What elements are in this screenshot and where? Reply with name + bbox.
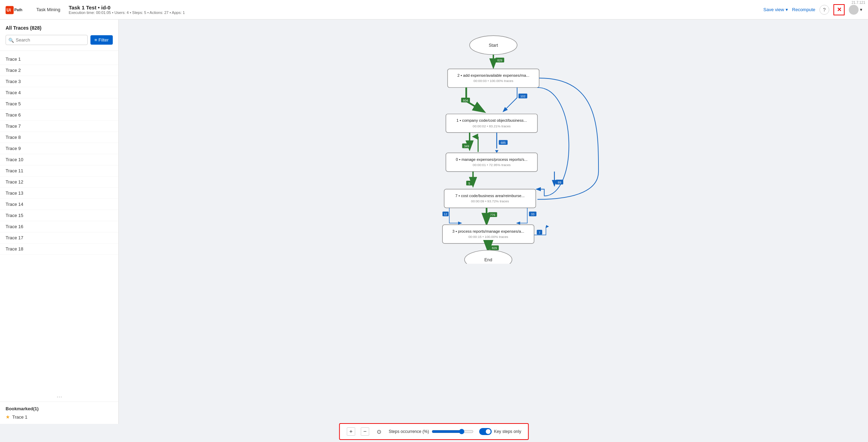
svg-marker-22 — [495, 150, 499, 153]
recenter-button[interactable]: ⊙ — [375, 427, 383, 436]
svg-text:349: 349 — [464, 144, 469, 148]
drag-handle[interactable]: ⋯ — [0, 392, 118, 402]
version-badge: 21.7.121 — [852, 0, 865, 5]
sidebar: All Traces (828) 🔍 ≡ Filter Trace 1Trace… — [0, 20, 119, 424]
search-filter-row: 🔍 ≡ Filter — [6, 35, 113, 45]
close-icon: ✕ — [837, 6, 841, 13]
svg-text:Path: Path — [14, 7, 22, 12]
recompute-label: Recompute — [792, 7, 815, 12]
slider-label: Steps occurrence (%) — [389, 429, 429, 434]
occurrence-slider[interactable] — [432, 429, 474, 434]
trace-list-item[interactable]: Trace 18 — [0, 244, 118, 255]
bookmarked-item[interactable]: ★ Trace 1 — [6, 414, 113, 420]
svg-text:00:00:02 • 83.21% traces: 00:00:02 • 83.21% traces — [473, 124, 511, 128]
svg-text:00:00:09 • 93.72% traces: 00:00:09 • 93.72% traces — [471, 199, 509, 203]
trace-list-item[interactable]: Trace 3 — [0, 76, 118, 87]
svg-text:00:00:03 • 100.00% traces: 00:00:03 • 100.00% traces — [473, 79, 513, 83]
svg-text:End: End — [484, 257, 492, 262]
recompute-button[interactable]: Recompute — [792, 7, 815, 12]
filter-button[interactable]: ≡ Filter — [90, 35, 113, 45]
svg-text:12: 12 — [444, 212, 447, 216]
bookmarked-title: Bookmarked(1) — [6, 406, 113, 411]
svg-text:33: 33 — [531, 212, 535, 216]
canvas-area: Start 829 2 • add expense/available expe… — [119, 20, 868, 424]
svg-text:00:00:01 • 72.95% traces: 00:00:01 • 72.95% traces — [473, 163, 511, 167]
svg-text:102: 102 — [520, 95, 525, 98]
trace-list-item[interactable]: Trace 8 — [0, 132, 118, 143]
search-input[interactable] — [6, 35, 88, 45]
svg-text:2 • add expense/available expe: 2 • add expense/available expenses/ma... — [457, 73, 529, 77]
header-actions: Save view ▾ Recompute ? ✕ ▾ — [763, 4, 862, 15]
bookmarked-trace-label: Trace 1 — [12, 414, 28, 420]
trace-list-item[interactable]: Trace 2 — [0, 65, 118, 76]
trace-list-item[interactable]: Trace 15 — [0, 210, 118, 221]
slider-wrap: Steps occurrence (%) — [389, 429, 473, 434]
logo-area: Ui Path Task Mining — [6, 4, 60, 15]
toggle-label: Key steps only — [494, 429, 521, 434]
trace-list-item[interactable]: Trace 6 — [0, 110, 118, 121]
svg-text:0 • manage expenses/process re: 0 • manage expenses/process reports/s... — [456, 157, 527, 162]
close-button[interactable]: ✕ — [833, 4, 845, 15]
filter-icon: ≡ — [95, 37, 97, 43]
trace-list-item[interactable]: Trace 5 — [0, 98, 118, 110]
task-subtitle: Execution time: 00:01:05 • Users: 4 • St… — [69, 10, 764, 15]
save-view-label: Save view — [763, 7, 784, 12]
flow-svg: Start 829 2 • add expense/available expe… — [371, 27, 616, 264]
trace-list-item[interactable]: Trace 14 — [0, 199, 118, 210]
svg-rect-8 — [448, 69, 539, 87]
filter-label: Filter — [98, 37, 109, 43]
task-title: Task 1 Test • id-0 — [69, 5, 764, 10]
trace-list-item[interactable]: Trace 9 — [0, 143, 118, 154]
recenter-icon: ⊙ — [377, 428, 381, 435]
uipath-logo: Ui Path — [6, 4, 34, 15]
app-header: Ui Path Task Mining Task 1 Test • id-0 E… — [0, 0, 868, 20]
header-title-area: Task 1 Test • id-0 Execution time: 00:01… — [69, 5, 764, 15]
user-avatar — [849, 5, 859, 15]
bottom-bar: + − ⊙ Steps occurrence (%) Key steps onl… — [0, 424, 868, 442]
flow-diagram: Start 829 2 • add expense/available expe… — [119, 27, 868, 424]
chevron-down-icon: ▾ — [860, 7, 862, 12]
trace-list-item[interactable]: Trace 7 — [0, 121, 118, 132]
trace-list-item[interactable]: Trace 10 — [0, 154, 118, 165]
bookmarked-section: Bookmarked(1) ★ Trace 1 — [0, 402, 118, 424]
svg-text:829: 829 — [497, 59, 502, 62]
toggle-wrap: Key steps only — [479, 428, 521, 435]
trace-list-item[interactable]: Trace 12 — [0, 177, 118, 188]
svg-rect-15 — [446, 114, 537, 133]
trace-list-item[interactable]: Trace 13 — [0, 188, 118, 199]
svg-rect-30 — [444, 189, 536, 208]
svg-rect-39 — [442, 225, 534, 243]
svg-text:Ui: Ui — [7, 8, 11, 13]
svg-text:5: 5 — [469, 182, 470, 185]
svg-text:1 • company code/cost object/b: 1 • company code/cost object/business... — [456, 118, 527, 122]
sidebar-header: All Traces (828) 🔍 ≡ Filter — [0, 20, 118, 51]
svg-text:00:00:15 • 100.00% traces: 00:00:15 • 100.00% traces — [468, 235, 508, 239]
search-icon: 🔍 — [8, 37, 14, 43]
search-input-wrap: 🔍 — [6, 35, 88, 45]
chevron-down-icon: ▾ — [786, 7, 788, 12]
trace-list-item[interactable]: Trace 4 — [0, 87, 118, 98]
svg-text:Start: Start — [489, 43, 498, 48]
trace-list-item[interactable]: Trace 1 — [0, 54, 118, 65]
svg-rect-23 — [446, 153, 537, 171]
trace-list-item[interactable]: Trace 11 — [0, 165, 118, 177]
svg-text:829: 829 — [492, 246, 497, 250]
help-button[interactable]: ? — [819, 5, 829, 15]
svg-text:685: 685 — [501, 141, 506, 144]
trace-list-item[interactable]: Trace 16 — [0, 221, 118, 232]
svg-text:776: 776 — [490, 213, 495, 217]
product-name-label: Task Mining — [36, 7, 60, 12]
trace-list-item[interactable]: Trace 17 — [0, 232, 118, 244]
key-steps-toggle[interactable] — [479, 428, 492, 435]
zoom-in-button[interactable]: + — [347, 427, 355, 436]
svg-text:7 • cost code/business area/re: 7 • cost code/business area/reimburse... — [455, 194, 525, 198]
save-view-button[interactable]: Save view ▾ — [763, 7, 788, 12]
user-menu[interactable]: ▾ — [849, 5, 862, 15]
zoom-out-button[interactable]: − — [361, 427, 369, 436]
star-icon: ★ — [6, 414, 10, 420]
all-traces-title: All Traces (828) — [6, 25, 113, 31]
help-icon: ? — [823, 7, 826, 13]
svg-text:7: 7 — [539, 231, 540, 234]
svg-text:3 • process reports/manage exp: 3 • process reports/manage expenses/a... — [452, 229, 524, 233]
trace-list: Trace 1Trace 2Trace 3Trace 4Trace 5Trace… — [0, 51, 118, 392]
